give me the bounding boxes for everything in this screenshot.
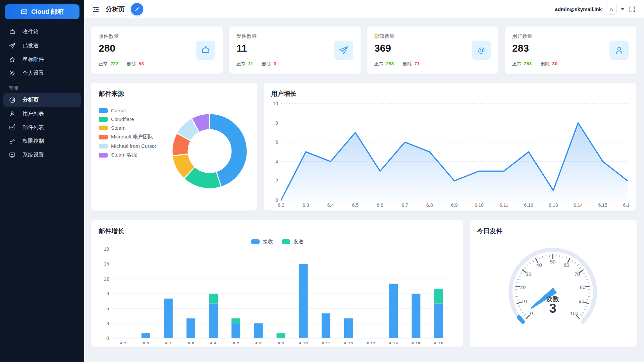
- svg-text:0: 0: [275, 197, 278, 203]
- stat-label: 邮箱数量: [374, 33, 472, 40]
- svg-text:6.11: 6.11: [322, 341, 330, 344]
- mailbox-icon: [9, 28, 16, 36]
- bar-recv: [389, 284, 398, 338]
- stat-normal-value: 222: [110, 61, 118, 66]
- legend-label: Steam: [111, 125, 125, 131]
- legend-swatch: [99, 153, 108, 158]
- sidebar-item-inbox[interactable]: 收件箱: [3, 25, 81, 39]
- bar-sent: [231, 318, 240, 323]
- fullscreen-icon[interactable]: [629, 6, 636, 13]
- mailbox-icon: [196, 41, 215, 60]
- legend-swatch: [99, 144, 108, 148]
- legend-swatch: [99, 135, 108, 139]
- svg-text:3: 3: [106, 321, 109, 326]
- paper-plane-icon: [9, 42, 16, 49]
- charts-row-1: 邮件来源 CursorCloudflareSteamMicrosoft 帐户团队…: [91, 82, 637, 211]
- legend-item[interactable]: 接收: [251, 238, 273, 245]
- stat-value: 11: [236, 43, 334, 54]
- logo-button[interactable]: Cloud 邮箱: [5, 4, 79, 19]
- monitor-check-icon: [9, 152, 16, 159]
- user-icon: [609, 41, 629, 60]
- sidebar-item-permissions[interactable]: 权限控制: [3, 134, 81, 148]
- svg-text:6: 6: [106, 306, 109, 311]
- page-title: 分析页: [106, 5, 125, 14]
- chart-title: 邮件来源: [99, 89, 250, 98]
- sidebar-item-user-list[interactable]: 用户列表: [3, 107, 81, 121]
- user-email: admin@skymail.ink: [555, 6, 602, 12]
- bar-recv: [299, 264, 308, 338]
- envelope-icon: [20, 8, 28, 15]
- legend-label: Cloudflare: [111, 116, 134, 122]
- legend-item[interactable]: Microsoft 帐户团队: [99, 134, 156, 140]
- edit-button[interactable]: [131, 3, 143, 15]
- user-growth-chart: 02468106.26.36.46.56.66.76.86.96.106.116…: [271, 98, 629, 207]
- svg-text:6.10: 6.10: [475, 202, 484, 207]
- stat-value: 283: [512, 43, 609, 54]
- sidebar-item-label: 邮件列表: [22, 124, 44, 131]
- bar-sent: [434, 289, 443, 303]
- svg-text:6.7: 6.7: [232, 341, 239, 344]
- stat-deleted-value: 30: [552, 61, 557, 66]
- svg-text:0: 0: [106, 336, 109, 341]
- stat-deleted-label: 删除: [127, 61, 136, 66]
- stat-normal-label: 正常: [512, 61, 522, 66]
- sidebar-item-personal-settings[interactable]: 个人设置: [3, 66, 81, 80]
- user-growth-card: 用户增长 02468106.26.36.46.56.66.76.86.96.10…: [263, 82, 637, 211]
- legend-swatch: [282, 239, 290, 244]
- stat-value: 369: [374, 43, 472, 54]
- svg-text:6.12: 6.12: [524, 202, 533, 207]
- legend-swatch: [99, 126, 108, 130]
- svg-text:6.3: 6.3: [143, 341, 149, 344]
- sidebar-item-system-settings[interactable]: 系统设置: [3, 148, 81, 162]
- chart-title: 邮件增长: [99, 227, 456, 236]
- sidebar-item-mail-list[interactable]: 邮件列表: [3, 121, 81, 134]
- sidebar-item-analytics[interactable]: 分析页: [3, 93, 81, 107]
- stat-card-user-count: 用户数量 283 正常253 删除30: [504, 26, 637, 74]
- sidebar-item-label: 收件箱: [22, 28, 39, 36]
- bar-recv: [209, 304, 218, 338]
- stat-row: 收件数量 280 正常222 删除58 发件数量 11: [91, 26, 637, 74]
- svg-text:50: 50: [550, 259, 556, 264]
- svg-text:10: 10: [521, 298, 527, 304]
- caret-down-icon[interactable]: [621, 8, 625, 10]
- sidebar-item-starred[interactable]: 星标邮件: [3, 53, 81, 66]
- legend-swatch: [99, 108, 108, 113]
- dashboard-content: 收件数量 280 正常222 删除58 发件数量 11: [84, 19, 644, 362]
- svg-text:60: 60: [564, 262, 570, 268]
- legend-item[interactable]: Cloudflare: [99, 116, 156, 122]
- today-sent-gauge: 0102030405060708090100次数3: [477, 236, 630, 341]
- svg-text:6.6: 6.6: [377, 202, 383, 207]
- legend-swatch: [251, 239, 260, 244]
- menu-collapse-icon[interactable]: [92, 6, 100, 13]
- svg-text:12: 12: [104, 276, 109, 282]
- bar-recv: [254, 323, 263, 338]
- svg-text:6.7: 6.7: [401, 202, 408, 207]
- svg-text:6.14: 6.14: [389, 341, 398, 344]
- svg-text:6.10: 6.10: [299, 341, 308, 344]
- svg-text:70: 70: [574, 271, 580, 277]
- svg-text:80: 80: [580, 284, 586, 290]
- stat-deleted-label: 删除: [402, 61, 412, 66]
- svg-text:6.5: 6.5: [187, 341, 194, 344]
- legend-item[interactable]: Steam: [99, 125, 156, 131]
- bar-recv: [186, 318, 195, 338]
- svg-text:18: 18: [104, 246, 109, 252]
- sidebar: Cloud 邮箱 收件箱 已发送 星标邮件 个人设置 管理 分析页: [0, 0, 84, 362]
- stat-normal-label: 正常: [99, 61, 108, 66]
- legend-item[interactable]: Cursor: [99, 108, 156, 113]
- legend-item[interactable]: Steam 客服: [99, 152, 156, 158]
- pencil-icon: [134, 6, 140, 12]
- sidebar-item-label: 星标邮件: [22, 56, 44, 63]
- stat-deleted-label: 删除: [540, 61, 550, 66]
- avatar[interactable]: A: [606, 4, 617, 15]
- sidebar-item-sent[interactable]: 已发送: [3, 39, 81, 53]
- svg-text:0: 0: [530, 310, 533, 316]
- svg-text:6.16: 6.16: [434, 341, 443, 344]
- legend-item[interactable]: Michael from Cursor: [99, 143, 156, 149]
- svg-text:4: 4: [275, 159, 278, 164]
- svg-text:6.4: 6.4: [165, 341, 172, 344]
- sidebar-item-label: 系统设置: [22, 152, 44, 159]
- bar-recv: [322, 313, 330, 338]
- svg-text:6.13: 6.13: [366, 341, 375, 344]
- legend-item[interactable]: 发送: [282, 238, 304, 245]
